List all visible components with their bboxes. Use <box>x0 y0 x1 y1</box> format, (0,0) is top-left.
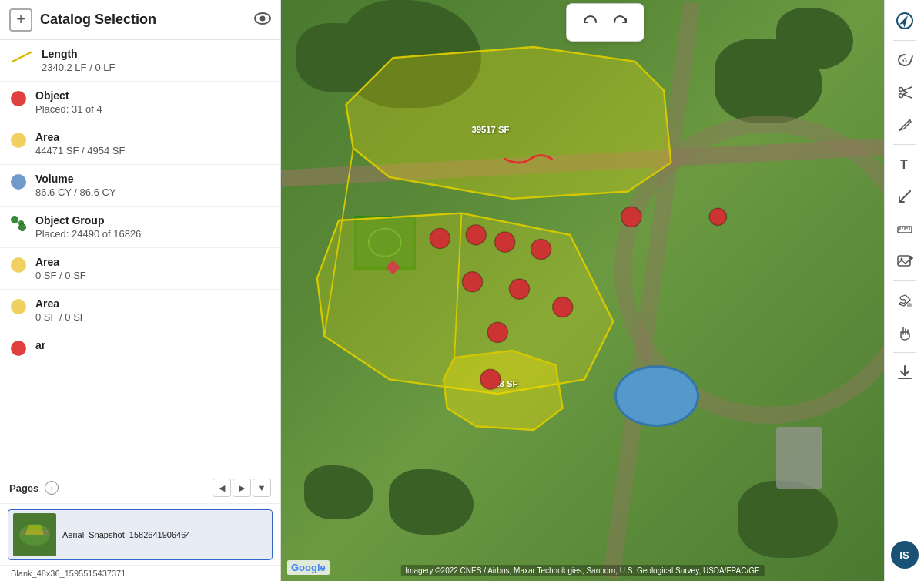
download-button[interactable] <box>890 358 919 387</box>
catalog-item-object[interactable]: Object Placed: 31 of 4 <box>0 82 280 123</box>
area3-icon <box>11 299 26 314</box>
svg-point-24 <box>480 369 500 389</box>
objectgroup-icon <box>11 216 26 231</box>
blank-label: Blank_48x36_1595515437371 <box>11 569 126 578</box>
scissors-button[interactable] <box>890 78 919 107</box>
catalog-item-area1[interactable]: Area 44471 SF / 4954 SF <box>0 123 280 165</box>
blank-row[interactable]: Blank_48x36_1595515437371 <box>0 565 280 581</box>
google-logo: Google <box>287 560 330 575</box>
svg-line-38 <box>899 191 910 202</box>
undo-redo-toolbar <box>566 3 644 42</box>
svg-marker-6 <box>25 525 44 535</box>
svg-line-36 <box>899 129 902 130</box>
object-icon <box>11 91 26 106</box>
svg-marker-9 <box>444 351 563 430</box>
svg-point-16 <box>466 225 486 245</box>
toolbar-divider-1 <box>893 40 916 41</box>
ar-name: ar <box>35 339 270 351</box>
catalog-item-area2[interactable]: Area 0 SF / 0 SF <box>0 248 280 290</box>
ruler-button[interactable] <box>890 214 919 243</box>
object-value: Placed: 31 of 4 <box>35 103 270 115</box>
area3-text: Area 0 SF / 0 SF <box>35 297 270 323</box>
catalog-item-volume[interactable]: Volume 86.6 CY / 86.6 CY <box>0 165 280 207</box>
aerial-map: 39517 SF 4928 SF Googl <box>281 0 884 581</box>
parking-lot <box>776 427 822 489</box>
objectgroup-value: Placed: 24490 of 16826 <box>35 228 270 240</box>
page-prev-button[interactable]: ◀ <box>213 479 231 497</box>
pages-label: Pages <box>9 482 38 494</box>
visibility-button[interactable] <box>254 11 271 29</box>
svg-point-22 <box>487 322 507 342</box>
svg-point-30 <box>899 88 902 92</box>
svg-point-1 <box>260 16 266 22</box>
svg-point-29 <box>903 59 906 62</box>
thumbnail-label: Aerial_Snapshot_1582641906464 <box>62 530 190 539</box>
catalog-item-area3[interactable]: Area 0 SF / 0 SF <box>0 290 280 331</box>
length-text: Length 2340.2 LF / 0 LF <box>42 48 270 73</box>
right-toolbar: T <box>884 0 924 581</box>
undo-button[interactable] <box>576 8 604 36</box>
paint-button[interactable] <box>890 286 919 315</box>
area1-icon <box>11 133 26 148</box>
area2-text: Area 0 SF / 0 SF <box>35 256 270 281</box>
thumbnail-aerial[interactable]: Aerial_Snapshot_1582641906464 <box>8 509 273 560</box>
page-dropdown-button[interactable]: ▼ <box>253 479 271 497</box>
pond <box>614 365 699 427</box>
vegetation-patch-2 <box>343 0 481 108</box>
toolbar-divider-2 <box>893 144 916 145</box>
svg-point-49 <box>907 303 912 307</box>
svg-point-21 <box>553 297 573 317</box>
lasso-tool-button[interactable] <box>890 45 919 75</box>
pan-tool-button[interactable] <box>890 318 919 348</box>
objectgroup-name: Object Group <box>35 214 270 227</box>
vegetation-patch-7 <box>738 481 838 558</box>
svg-line-32 <box>903 87 912 91</box>
toolbar-divider-4 <box>893 352 916 353</box>
thumbnail-image <box>13 513 56 556</box>
arrow-tool-button[interactable] <box>890 182 919 211</box>
svg-text:T: T <box>900 158 908 171</box>
is-badge[interactable]: IS <box>891 541 919 569</box>
object-text: Object Placed: 31 of 4 <box>35 89 270 115</box>
svg-text:4928 SF: 4928 SF <box>485 379 518 388</box>
ar-icon <box>11 341 26 356</box>
svg-point-19 <box>462 272 482 292</box>
object-name: Object <box>35 89 270 102</box>
redo-button[interactable] <box>607 8 634 36</box>
catalog-item-length[interactable]: Length 2340.2 LF / 0 LF <box>0 40 280 82</box>
objectgroup-text: Object Group Placed: 24490 of 16826 <box>35 214 270 240</box>
area2-value: 0 SF / 0 SF <box>35 270 270 281</box>
svg-point-31 <box>899 94 902 98</box>
length-icon <box>11 49 32 68</box>
text-tool-button[interactable]: T <box>890 149 919 179</box>
svg-line-2 <box>12 52 31 62</box>
svg-point-46 <box>900 258 902 260</box>
area1-text: Area 44471 SF / 4954 SF <box>35 131 270 156</box>
svg-point-15 <box>430 228 450 248</box>
pages-info-button[interactable]: i <box>45 481 59 495</box>
svg-text:39517 SF: 39517 SF <box>472 125 510 134</box>
page-next-button[interactable]: ▶ <box>233 479 251 497</box>
vegetation-patch-6 <box>389 469 474 535</box>
add-button[interactable]: + <box>9 8 32 32</box>
svg-point-20 <box>509 279 529 299</box>
playing-field <box>354 216 416 270</box>
map-area[interactable]: 39517 SF 4928 SF Googl <box>281 0 884 581</box>
svg-point-17 <box>495 232 515 252</box>
add-image-button[interactable] <box>890 247 919 276</box>
road-horizontal <box>281 139 884 187</box>
catalog-item-ar[interactable]: ar <box>0 331 280 364</box>
svg-line-35 <box>903 92 907 95</box>
catalog-item-objectgroup[interactable]: Object Group Placed: 24490 of 16826 <box>0 207 280 248</box>
draw-tool-button[interactable] <box>890 110 919 139</box>
panel-title: Catalog Selection <box>40 12 248 28</box>
navigation-button[interactable] <box>890 6 919 35</box>
svg-point-18 <box>531 239 551 259</box>
length-value: 2340.2 LF / 0 LF <box>42 62 270 73</box>
ar-text: ar <box>35 339 270 353</box>
volume-name: Volume <box>35 173 270 185</box>
svg-point-23 <box>621 207 641 227</box>
road-vertical <box>602 2 700 579</box>
svg-line-12 <box>570 235 613 322</box>
thumbnail-row: Aerial_Snapshot_1582641906464 <box>0 503 280 565</box>
